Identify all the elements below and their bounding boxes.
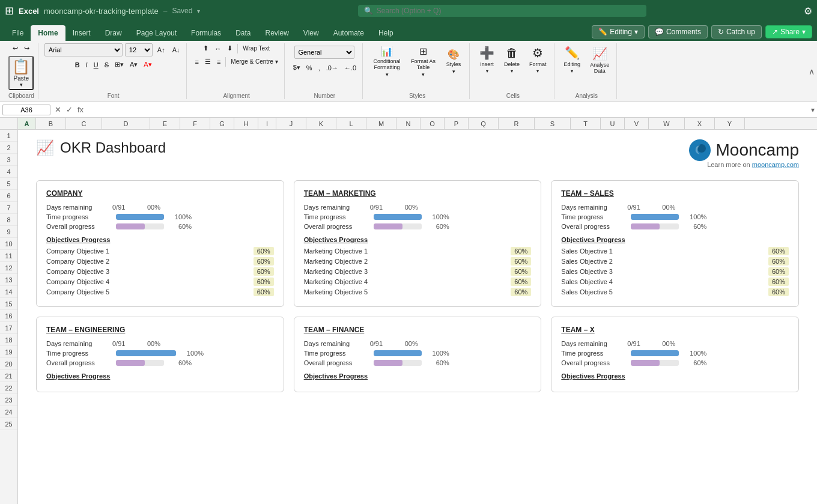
dropdown-arrow[interactable]: ▾ xyxy=(197,8,200,14)
row-2[interactable]: 2 xyxy=(0,142,17,154)
row-9[interactable]: 9 xyxy=(0,226,17,238)
undo-button[interactable]: ↩ xyxy=(10,43,20,53)
mooncamp-link[interactable]: mooncamp.com xyxy=(752,161,799,168)
col-header-U[interactable]: U xyxy=(601,118,625,129)
col-header-O[interactable]: O xyxy=(421,118,445,129)
paste-button[interactable]: 📋 Paste ▾ xyxy=(8,56,34,90)
col-header-E[interactable]: E xyxy=(150,118,180,129)
catchup-button[interactable]: ↻ Catch up xyxy=(711,25,762,38)
analyse-data-button[interactable]: 📈 AnalyseData xyxy=(586,44,613,76)
col-header-A[interactable]: A xyxy=(18,118,36,129)
row-5[interactable]: 5 xyxy=(0,178,17,190)
currency-button[interactable]: $▾ xyxy=(291,62,303,73)
comma-button[interactable]: , xyxy=(316,63,323,73)
increase-decimal-button[interactable]: .0→ xyxy=(324,63,341,73)
cell-reference[interactable] xyxy=(2,105,50,115)
delete-button[interactable]: 🗑 Delete ▾ xyxy=(500,44,523,76)
redo-button[interactable]: ↪ xyxy=(22,43,32,53)
row-3[interactable]: 3 xyxy=(0,154,17,166)
align-top-button[interactable]: ⬆ xyxy=(201,43,211,53)
row-16[interactable]: 16 xyxy=(0,310,17,322)
format-as-table-button[interactable]: ⊞ Format AsTable ▾ xyxy=(407,43,439,80)
row-10[interactable]: 10 xyxy=(0,238,17,250)
row-7[interactable]: 7 xyxy=(0,202,17,214)
col-header-F[interactable]: F xyxy=(180,118,210,129)
row-21[interactable]: 21 xyxy=(0,370,17,382)
tab-insert[interactable]: Insert xyxy=(65,25,98,41)
align-center-button[interactable]: ☰ xyxy=(202,56,213,67)
tab-home[interactable]: Home xyxy=(31,25,65,41)
decrease-decimal-button[interactable]: ←.0 xyxy=(342,63,359,73)
row-18[interactable]: 18 xyxy=(0,334,17,346)
col-header-R[interactable]: R xyxy=(499,118,535,129)
comments-button[interactable]: 💬 Comments xyxy=(648,25,708,38)
row-17[interactable]: 17 xyxy=(0,322,17,334)
tab-help[interactable]: Help xyxy=(371,25,401,41)
row-6[interactable]: 6 xyxy=(0,190,17,202)
share-button[interactable]: ↗ Share ▾ xyxy=(765,25,812,38)
row-19[interactable]: 19 xyxy=(0,346,17,358)
editing-tools-button[interactable]: ✏️ Editing ▾ xyxy=(560,43,585,76)
col-header-H[interactable]: H xyxy=(234,118,258,129)
col-header-M[interactable]: M xyxy=(366,118,396,129)
increase-font-button[interactable]: A↑ xyxy=(155,45,168,55)
decrease-font-button[interactable]: A↓ xyxy=(170,45,183,55)
row-1[interactable]: 1 xyxy=(0,130,17,142)
col-header-B[interactable]: B xyxy=(36,118,66,129)
italic-button[interactable]: I xyxy=(84,60,90,70)
col-header-Y[interactable]: Y xyxy=(715,118,745,129)
row-23[interactable]: 23 xyxy=(0,394,17,406)
search-bar[interactable]: 🔍 xyxy=(358,5,646,17)
align-bottom-button[interactable]: ⬇ xyxy=(225,43,235,53)
settings-icon[interactable]: ⚙ xyxy=(804,5,812,17)
align-middle-button[interactable]: ↔ xyxy=(212,44,223,53)
row-13[interactable]: 13 xyxy=(0,274,17,286)
row-15[interactable]: 15 xyxy=(0,298,17,310)
tab-file[interactable]: File xyxy=(5,25,31,41)
percent-button[interactable]: % xyxy=(304,63,315,73)
merge-center-button[interactable]: Merge & Centre ▾ xyxy=(228,57,280,66)
font-size-select[interactable]: 12 xyxy=(125,43,153,56)
app-grid-icon[interactable]: ⊞ xyxy=(5,4,14,17)
formula-confirm-button[interactable]: ✓ xyxy=(64,104,74,115)
styles-button[interactable]: 🎨 Styles ▾ xyxy=(442,46,466,77)
col-header-N[interactable]: N xyxy=(396,118,421,129)
bold-button[interactable]: B xyxy=(73,60,82,70)
fill-color-button[interactable]: A▾ xyxy=(127,59,140,70)
formula-cancel-button[interactable]: ✕ xyxy=(53,104,63,115)
tab-review[interactable]: Review xyxy=(258,25,296,41)
row-20[interactable]: 20 xyxy=(0,358,17,370)
format-button[interactable]: ⚙ Format ▾ xyxy=(526,43,550,76)
font-name-select[interactable]: Arial xyxy=(44,43,123,56)
col-header-W[interactable]: W xyxy=(649,118,685,129)
borders-button[interactable]: ⊞▾ xyxy=(112,59,126,70)
row-24[interactable]: 24 xyxy=(0,406,17,418)
col-header-D[interactable]: D xyxy=(102,118,150,129)
conditional-formatting-button[interactable]: 📊 ConditionalFormatting ▾ xyxy=(369,43,405,80)
tab-view[interactable]: View xyxy=(296,25,326,41)
sheet-content[interactable]: 📈 OKR Dashboard Mooncamp xyxy=(18,130,817,504)
row-14[interactable]: 14 xyxy=(0,286,17,298)
tab-draw[interactable]: Draw xyxy=(98,25,129,41)
number-format-select[interactable]: General xyxy=(294,46,354,59)
underline-button[interactable]: U xyxy=(91,60,101,70)
font-color-button[interactable]: A▾ xyxy=(141,59,154,70)
col-header-S[interactable]: S xyxy=(535,118,571,129)
tab-data[interactable]: Data xyxy=(228,25,258,41)
formula-function-button[interactable]: fx xyxy=(76,104,85,115)
tab-page-layout[interactable]: Page Layout xyxy=(129,25,184,41)
strikethrough-button[interactable]: S xyxy=(102,60,111,70)
col-header-P[interactable]: P xyxy=(445,118,469,129)
align-left-button[interactable]: ≡ xyxy=(193,57,201,67)
tab-automate[interactable]: Automate xyxy=(326,25,371,41)
col-header-G[interactable]: G xyxy=(210,118,234,129)
formula-expand-button[interactable]: ▾ xyxy=(811,106,815,114)
row-8[interactable]: 8 xyxy=(0,214,17,226)
row-4[interactable]: 4 xyxy=(0,166,17,178)
col-header-T[interactable]: T xyxy=(571,118,601,129)
col-header-Q[interactable]: Q xyxy=(469,118,499,129)
search-input[interactable] xyxy=(377,7,640,15)
col-header-X[interactable]: X xyxy=(685,118,715,129)
col-header-I[interactable]: I xyxy=(258,118,276,129)
align-right-button[interactable]: ≡ xyxy=(214,57,223,67)
